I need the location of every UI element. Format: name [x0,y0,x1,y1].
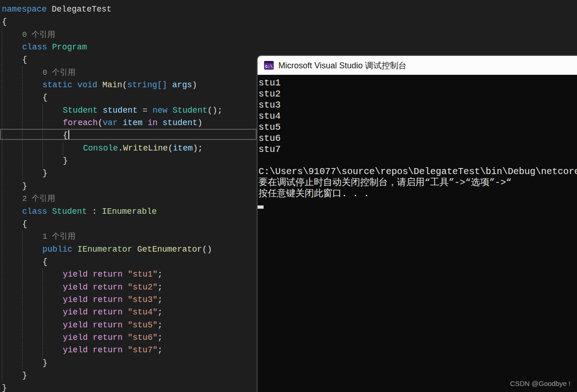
code-token: ; [157,333,162,342]
code-token: { [22,219,27,229]
code-token: } [2,383,7,392]
code-token: ; [157,295,162,304]
console-lines: stu1stu2stu3stu4stu5stu6stu7 C:\Users\91… [258,78,577,199]
code-token: () [202,245,212,254]
code-token: item [118,118,143,127]
console-title: Microsoft Visual Studio 调试控制台 [278,60,407,71]
code-token: yield return [63,283,123,292]
code-token: namespace [2,5,47,14]
code-token: class [22,42,47,52]
code-token: var [102,118,117,127]
code-token: ″stu3″ [123,295,158,304]
code-token: yield return [63,308,123,317]
console-line: stu2 [258,89,577,100]
code-token: } [42,169,48,178]
console-title-bar[interactable]: C:\ Microsoft Visual Studio 调试控制台 [258,56,577,75]
code-token: new [152,106,167,115]
debug-console-window: C:\ Microsoft Visual Studio 调试控制台 stu1st… [257,55,577,392]
console-line: stu4 [258,111,577,122]
code-token: ″stu6″ [123,333,158,342]
console-output[interactable]: stu1stu2stu3stu4stu5stu6stu7 C:\Users\91… [258,75,577,392]
code-token: yield return [63,333,123,342]
code-token: Student [63,106,98,115]
console-line: C:\Users\91077\source\repos\DelegateTest… [258,166,577,177]
code-token: DelegateTest [47,5,111,14]
code-token: GetEnumerator [132,245,202,254]
code-token: ″stu4″ [123,308,158,317]
code-token: = [138,106,152,115]
code-token: foreach [63,118,98,127]
console-line: stu5 [258,122,577,133]
code-token: yield return [63,345,123,355]
code-token: yield return [63,270,123,279]
code-token: in [143,118,157,127]
code-token: ) [198,118,203,127]
code-token: IEnumerable [102,207,157,216]
code-token: Main [97,80,122,90]
code-token: ″stu1″ [123,270,158,279]
console-line: stu1 [258,78,577,89]
code-token: } [22,181,27,191]
code-token: Console [83,144,118,153]
console-icon-label: C:\ [265,64,272,70]
code-token: ; [157,270,162,279]
code-token: ( [98,118,103,127]
code-token: public [42,245,72,254]
console-cursor [258,205,264,209]
code-token: Student [47,207,87,216]
code-token: ; [157,345,162,355]
console-line: stu3 [258,100,577,111]
code-token: static [42,80,72,90]
code-token: { [22,55,27,64]
code-token: ; [157,308,162,317]
code-token: (); [207,106,222,115]
code-token: ); [193,144,203,153]
code-token: } [42,358,48,368]
code-token: ( [122,80,127,90]
console-icon: C:\ [264,61,274,70]
code-token: ; [157,283,162,292]
code-token: ; [157,320,162,330]
code-token: item [173,144,192,153]
code-token: ″stu7″ [123,345,158,355]
code-token: student [98,106,138,115]
code-token: yield return [63,320,123,330]
code-token: ) [192,80,197,90]
code-token: ″stu5″ [123,320,158,330]
code-token: IEnumerator [72,245,132,254]
watermark: CSDN @Goodbye ! [510,380,571,387]
code-token [72,80,78,90]
codelens-references[interactable]: 0 个引用 [42,68,75,77]
code-token: student [157,118,197,127]
code-token: . [118,144,123,153]
vs-editor-screen: namespace DelegateTest{0 个引用class Progra… [0,0,577,392]
code-line: class Program [0,41,577,54]
codelens-references[interactable]: 2 个引用 [22,194,55,203]
code-token: void [78,80,97,90]
code-token: { [42,93,48,102]
code-token: class [22,207,47,216]
code-token: WriteLine [123,144,168,153]
console-line: stu7 [258,144,577,155]
code-line: namespace DelegateTest [0,3,577,16]
code-token: yield return [63,295,123,304]
code-token: } [63,156,68,165]
code-token: args [167,80,192,90]
codelens-references[interactable]: 0 个引用 [22,30,55,39]
code-token: Student [168,106,207,115]
text-cursor [68,130,69,139]
code-token: { [63,131,68,140]
codelens-references[interactable]: 1 个引用 [42,232,75,241]
code-token: } [22,371,27,380]
code-token: Program [47,42,87,52]
code-token: ( [168,144,173,153]
code-token: { [42,257,48,266]
console-line [258,155,577,166]
console-line: 要在调试停止时自动关闭控制台，请启用“工具”->“选项”->“ [258,177,577,188]
console-line: 按任意键关闭此窗口. . . [258,188,577,199]
code-token: string[] [127,80,167,90]
codelens-line: 0 个引用 [0,29,577,41]
code-token: : [87,207,102,216]
code-token: { [2,17,7,26]
console-line: stu6 [258,133,577,144]
